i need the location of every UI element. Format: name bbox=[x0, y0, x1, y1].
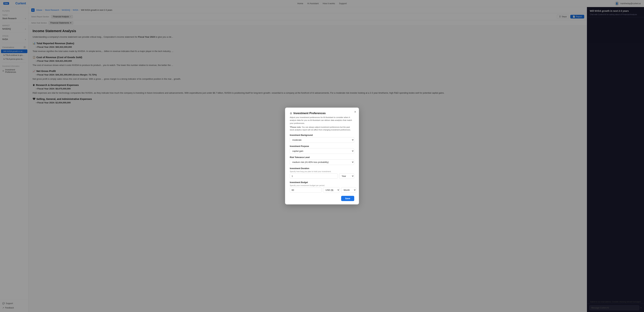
modal-overlay[interactable]: ✕ ⚙ Investment Preferences Adjust your i… bbox=[0, 0, 644, 312]
modal-close-button[interactable]: ✕ bbox=[354, 110, 356, 113]
duration-unit-select[interactable]: Day Week Month Year bbox=[339, 173, 354, 179]
background-label: Investment Background bbox=[290, 134, 354, 136]
risk-tolerance-group: Risk Tolerance Level low risk (0-20% los… bbox=[290, 156, 354, 165]
risk-select[interactable]: low risk (0-20% loss probability) medium… bbox=[290, 159, 354, 165]
modal-title: Investment Preferences bbox=[294, 112, 326, 115]
purpose-select[interactable]: capital gain dividend income growth valu… bbox=[290, 148, 354, 154]
duration-row: Day Week Month Year bbox=[290, 173, 354, 179]
modal-header: ⚙ Investment Preferences bbox=[290, 112, 354, 115]
budget-input[interactable] bbox=[290, 188, 322, 193]
duration-label: Investment Duration bbox=[290, 167, 354, 170]
budget-row: USD ($) EUR (€) GBP (£) JPY (¥) Day Week… bbox=[290, 187, 354, 193]
duration-sublabel: Specify how long you plan to hold your i… bbox=[290, 171, 354, 173]
modal-footer: Save bbox=[290, 196, 354, 201]
save-button[interactable]: Save bbox=[341, 196, 354, 201]
background-select[interactable]: moderate beginner advanced expert bbox=[290, 137, 354, 143]
investment-duration-group: Investment Duration Specify how long you… bbox=[290, 167, 354, 179]
modal-desc: Adjust your investment preferences for A… bbox=[290, 116, 354, 125]
modal-gear-icon: ⚙ bbox=[290, 112, 292, 115]
budget-sublabel: Specify your investment budget per perio… bbox=[290, 184, 354, 187]
budget-period-select[interactable]: Day Week Month Year bbox=[341, 187, 356, 193]
budget-label: Investment Budget bbox=[290, 181, 354, 184]
investment-purpose-group: Investment Purpose capital gain dividend… bbox=[290, 145, 354, 154]
modal-note: *Please note. You can always adjust inve… bbox=[290, 126, 354, 131]
budget-currency-select[interactable]: USD ($) EUR (€) GBP (£) JPY (¥) bbox=[323, 187, 340, 193]
investment-budget-group: Investment Budget Specify your investmen… bbox=[290, 181, 354, 193]
risk-label: Risk Tolerance Level bbox=[290, 156, 354, 159]
investment-preferences-modal: ✕ ⚙ Investment Preferences Adjust your i… bbox=[285, 108, 359, 204]
investment-background-group: Investment Background moderate beginner … bbox=[290, 134, 354, 143]
purpose-label: Investment Purpose bbox=[290, 145, 354, 147]
duration-input[interactable] bbox=[290, 174, 338, 179]
